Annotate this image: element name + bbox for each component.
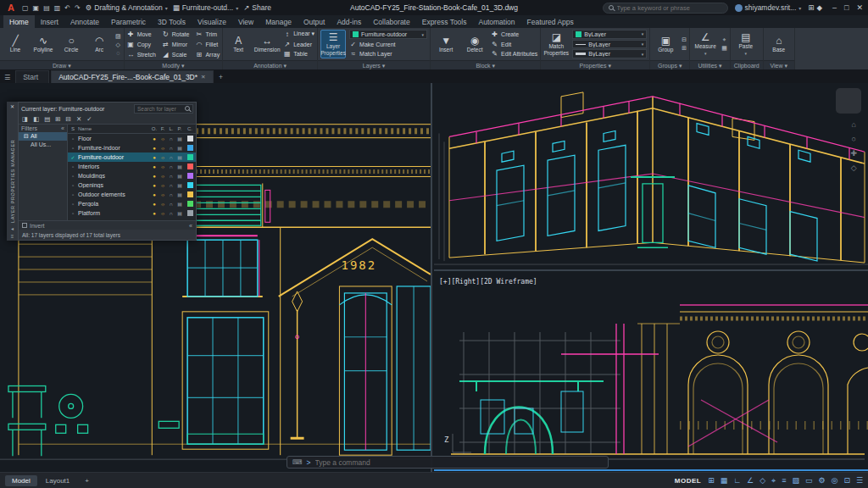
panel-label-block[interactable]: Block ▾ <box>431 60 540 69</box>
layer-freeze-icon[interactable]: ☼ <box>159 164 167 169</box>
zoom-icon[interactable]: ◇ <box>850 164 857 172</box>
quick-calc-icon[interactable]: ▦ <box>721 45 727 52</box>
viewport-label[interactable]: [+][Right][2D Wireframe] <box>439 278 537 286</box>
insert-block-button[interactable]: ▼ Insert <box>433 30 459 58</box>
tab-output[interactable]: Output <box>298 15 331 28</box>
hatch-icon[interactable]: ▨ <box>115 33 121 40</box>
new-layer-frozen-vp-icon[interactable]: ⊟ <box>66 115 71 123</box>
match-properties-button[interactable]: ◪ Match Properties <box>543 30 569 58</box>
edit-attributes-button[interactable]: ✎ Edit Attributes <box>491 49 537 58</box>
notifications-icon[interactable]: ◆ <box>816 3 822 12</box>
layer-on-icon[interactable]: ● <box>150 211 159 216</box>
layer-plot-icon[interactable]: ▤ <box>175 210 184 216</box>
panel-label-draw[interactable]: Draw ▾ <box>0 60 124 69</box>
layer-freeze-icon[interactable]: ☼ <box>159 202 167 207</box>
filter-all[interactable]: ⊟ All <box>19 132 67 141</box>
layer-lock-icon[interactable]: ∩ <box>167 183 175 188</box>
tab-view[interactable]: View <box>232 15 259 28</box>
group-edit-icon[interactable]: ⊞ <box>682 45 687 52</box>
collapse-icon[interactable]: « <box>61 125 64 131</box>
layer-row[interactable]: ✓ Furniture-outdoor ● ☼ ∩ ▤ <box>68 152 196 162</box>
line-button[interactable]: ╱ Line <box>3 30 28 58</box>
open-file-icon[interactable]: ▣ <box>33 4 40 12</box>
layer-freeze-icon[interactable]: ☼ <box>159 183 167 188</box>
tab-add-ins[interactable]: Add-ins <box>331 15 367 28</box>
trim-button[interactable]: ✂ Trim <box>195 30 220 39</box>
layer-color-chip[interactable] <box>187 136 193 141</box>
layer-plot-icon[interactable]: ▤ <box>175 136 184 141</box>
layer-freeze-icon[interactable]: ☼ <box>159 211 167 216</box>
edit-block-button[interactable]: ✎ Edit <box>491 40 537 49</box>
file-tab-menu-icon[interactable]: ☰ <box>4 74 10 81</box>
redo-icon[interactable]: ↷ <box>75 4 81 12</box>
new-layout-button[interactable]: + <box>78 475 96 486</box>
panel-label-utilities[interactable]: Utilities ▾ <box>690 60 730 69</box>
tab-express-tools[interactable]: Express Tools <box>416 15 473 28</box>
tab-manage[interactable]: Manage <box>259 15 298 28</box>
close-button[interactable]: ✕ <box>856 3 863 12</box>
layer-plot-icon[interactable]: ▤ <box>175 154 184 160</box>
invert-filter-checkbox[interactable] <box>22 223 27 228</box>
new-drawing-tab-button[interactable]: + <box>215 70 227 83</box>
tab-home[interactable]: Home <box>3 15 35 28</box>
layer-row[interactable]: ▫ Outdoor elements ● ☼ ∩ ▤ <box>68 190 196 199</box>
pan-icon[interactable]: ✚ <box>850 149 857 158</box>
palette-menu-icon[interactable]: ≡ <box>11 234 14 239</box>
viewport-bottom-right-2d[interactable]: [+][Right][2D Wireframe] Z <box>434 273 868 472</box>
customization-icon[interactable]: ☰ <box>856 476 863 485</box>
layer-plot-icon[interactable]: ▤ <box>175 191 184 197</box>
layer-on-icon[interactable]: ● <box>150 136 159 141</box>
set-current-icon[interactable]: ✓ <box>86 115 92 123</box>
ungroup-icon[interactable]: ⊟ <box>682 36 687 43</box>
workspace-icon[interactable]: ⚙ <box>818 476 825 485</box>
grid-icon[interactable]: ⊞ <box>708 476 715 485</box>
new-layer-icon[interactable]: ⊞ <box>55 115 60 123</box>
create-block-button[interactable]: ✚ Create <box>491 30 537 39</box>
ortho-icon[interactable]: ∟ <box>733 476 741 485</box>
annotation-monitor-icon[interactable]: ◎ <box>832 476 838 485</box>
transparency-icon[interactable]: ▨ <box>792 476 799 485</box>
tab-visualize[interactable]: Visualize <box>192 15 232 28</box>
layer-lock-icon[interactable]: ∩ <box>167 202 175 207</box>
model-tab[interactable]: Model <box>5 475 37 486</box>
copy-button[interactable]: ▣ Copy <box>127 40 156 49</box>
layer-plot-icon[interactable]: ▤ <box>175 182 184 188</box>
tab-annotate[interactable]: Annotate <box>64 15 105 28</box>
panel-label-clipboard[interactable]: Clipboard <box>731 60 763 69</box>
minimize-button[interactable]: – <box>832 3 837 12</box>
tab-insert[interactable]: Insert <box>35 15 64 28</box>
layer-lock-icon[interactable]: ∩ <box>167 164 175 169</box>
leader-button[interactable]: ↗ Leader <box>283 40 314 49</box>
close-tab-icon[interactable]: ✕ <box>201 74 205 80</box>
measure-button[interactable]: ∠ Measure ▾ <box>693 30 718 58</box>
layer-lock-icon[interactable]: ∩ <box>167 192 175 197</box>
quick-select-icon[interactable]: ⌖ <box>721 36 727 43</box>
new-property-filter-icon[interactable]: ◨ <box>22 115 28 123</box>
panel-label-layers[interactable]: Layers ▾ <box>318 60 430 69</box>
tab-parametric[interactable]: Parametric <box>105 15 152 28</box>
command-line[interactable]: ⌨ > <box>287 456 609 469</box>
close-palette-icon[interactable]: ✕ <box>10 103 14 109</box>
layer-plot-icon[interactable]: ▤ <box>175 173 184 179</box>
linear-button[interactable]: ↕ Linear ▾ <box>283 30 314 39</box>
layer-row[interactable]: ▫ Interiors ● ☼ ∩ ▤ <box>68 162 196 171</box>
snap-icon[interactable]: ▦ <box>721 476 728 485</box>
arc-button[interactable]: ◠ Arc <box>86 30 112 58</box>
layer-color-chip[interactable] <box>187 201 193 207</box>
ellipse-icon[interactable]: ◌ <box>115 50 121 56</box>
layer-color-chip[interactable] <box>187 191 193 197</box>
match-layer-button[interactable]: ≈ Match Layer <box>349 50 427 58</box>
base-view-button[interactable]: ⌂ Base <box>766 30 792 58</box>
clean-screen-icon[interactable]: ⊡ <box>843 476 850 485</box>
filter-all-used[interactable]: All Us... <box>19 141 67 148</box>
layer-plot-icon[interactable]: ▤ <box>175 201 184 207</box>
lineweight-icon[interactable]: ≡ <box>782 476 786 485</box>
detect-button[interactable]: ◉ Detect <box>462 30 487 58</box>
layer-lock-icon[interactable]: ∩ <box>167 136 175 141</box>
layer-lock-icon[interactable]: ∩ <box>167 211 175 216</box>
layer-on-icon[interactable]: ● <box>150 155 159 160</box>
layer-plot-icon[interactable]: ▤ <box>175 145 184 151</box>
tab-collaborate[interactable]: Collaborate <box>367 15 415 28</box>
global-search[interactable] <box>603 3 728 14</box>
layer-color-chip[interactable] <box>187 154 193 160</box>
